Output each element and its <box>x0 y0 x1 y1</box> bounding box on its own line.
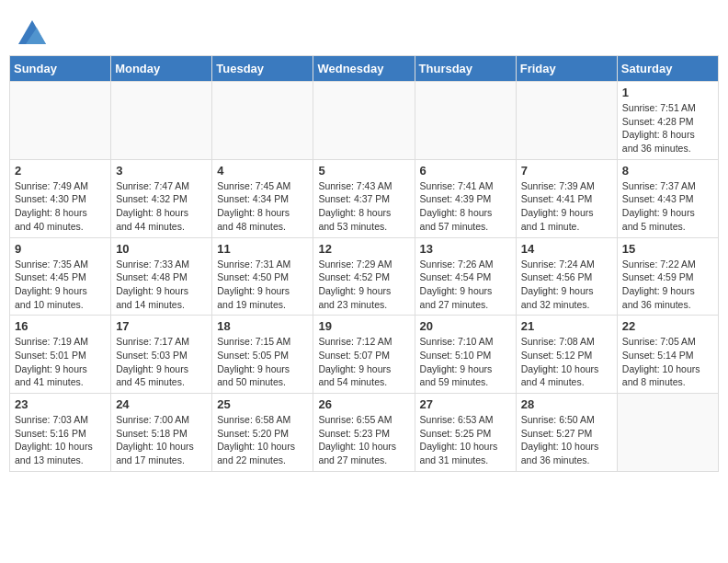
calendar-day <box>111 82 212 160</box>
day-info: Sunrise: 7:35 AM Sunset: 4:45 PM Dayligh… <box>15 258 106 312</box>
logo <box>18 18 50 46</box>
calendar-day <box>617 394 718 472</box>
day-info: Sunrise: 7:39 AM Sunset: 4:41 PM Dayligh… <box>521 179 612 234</box>
day-info: Sunrise: 7:08 AM Sunset: 5:12 PM Dayligh… <box>521 335 612 389</box>
calendar-day: 16Sunrise: 7:19 AM Sunset: 5:01 PM Dayli… <box>10 316 111 394</box>
day-info: Sunrise: 7:43 AM Sunset: 4:37 PM Dayligh… <box>318 179 409 234</box>
calendar-day: 28Sunrise: 6:50 AM Sunset: 5:27 PM Dayli… <box>516 394 617 472</box>
calendar-week-4: 16Sunrise: 7:19 AM Sunset: 5:01 PM Dayli… <box>10 316 719 394</box>
weekday-header-thursday: Thursday <box>415 56 516 82</box>
day-number: 19 <box>318 319 409 333</box>
day-number: 6 <box>420 164 511 178</box>
day-info: Sunrise: 6:58 AM Sunset: 5:20 PM Dayligh… <box>217 413 308 467</box>
day-number: 27 <box>420 397 511 411</box>
calendar-week-5: 23Sunrise: 7:03 AM Sunset: 5:16 PM Dayli… <box>10 394 719 472</box>
day-number: 4 <box>217 164 308 178</box>
calendar-day: 22Sunrise: 7:05 AM Sunset: 5:14 PM Dayli… <box>617 316 718 394</box>
day-number: 10 <box>116 242 207 256</box>
weekday-header-saturday: Saturday <box>617 56 718 82</box>
calendar-day: 15Sunrise: 7:22 AM Sunset: 4:59 PM Dayli… <box>617 237 718 316</box>
day-info: Sunrise: 6:50 AM Sunset: 5:27 PM Dayligh… <box>521 413 612 467</box>
day-number: 2 <box>15 164 106 178</box>
calendar-day: 27Sunrise: 6:53 AM Sunset: 5:25 PM Dayli… <box>415 394 516 472</box>
day-number: 11 <box>217 242 308 256</box>
day-info: Sunrise: 7:15 AM Sunset: 5:05 PM Dayligh… <box>217 335 308 389</box>
calendar-day <box>516 82 617 160</box>
calendar-day: 13Sunrise: 7:26 AM Sunset: 4:54 PM Dayli… <box>415 237 516 316</box>
day-info: Sunrise: 7:05 AM Sunset: 5:14 PM Dayligh… <box>622 335 713 389</box>
day-number: 17 <box>116 319 207 333</box>
day-number: 18 <box>217 319 308 333</box>
day-info: Sunrise: 7:37 AM Sunset: 4:43 PM Dayligh… <box>622 179 713 234</box>
day-info: Sunrise: 7:41 AM Sunset: 4:39 PM Dayligh… <box>420 179 511 234</box>
day-number: 12 <box>318 242 409 256</box>
day-info: Sunrise: 7:03 AM Sunset: 5:16 PM Dayligh… <box>15 413 106 467</box>
weekday-header-tuesday: Tuesday <box>212 56 313 82</box>
day-info: Sunrise: 7:00 AM Sunset: 5:18 PM Dayligh… <box>116 413 207 467</box>
calendar-day: 20Sunrise: 7:10 AM Sunset: 5:10 PM Dayli… <box>415 316 516 394</box>
calendar-day: 21Sunrise: 7:08 AM Sunset: 5:12 PM Dayli… <box>516 316 617 394</box>
calendar-week-1: 1Sunrise: 7:51 AM Sunset: 4:28 PM Daylig… <box>10 82 719 160</box>
calendar-day: 14Sunrise: 7:24 AM Sunset: 4:56 PM Dayli… <box>516 237 617 316</box>
day-number: 26 <box>318 397 409 411</box>
calendar-day: 7Sunrise: 7:39 AM Sunset: 4:41 PM Daylig… <box>516 159 617 237</box>
day-info: Sunrise: 6:53 AM Sunset: 5:25 PM Dayligh… <box>420 413 511 467</box>
weekday-header-monday: Monday <box>111 56 212 82</box>
day-info: Sunrise: 7:26 AM Sunset: 4:54 PM Dayligh… <box>420 258 511 312</box>
day-number: 1 <box>622 86 713 99</box>
calendar-day: 11Sunrise: 7:31 AM Sunset: 4:50 PM Dayli… <box>212 237 313 316</box>
calendar-table: SundayMondayTuesdayWednesdayThursdayFrid… <box>9 55 719 472</box>
calendar-day: 5Sunrise: 7:43 AM Sunset: 4:37 PM Daylig… <box>313 159 415 237</box>
day-info: Sunrise: 7:51 AM Sunset: 4:28 PM Dayligh… <box>622 101 713 155</box>
day-number: 9 <box>15 242 106 256</box>
calendar-day <box>313 82 415 160</box>
calendar-day: 9Sunrise: 7:35 AM Sunset: 4:45 PM Daylig… <box>10 237 111 316</box>
page-header <box>9 9 719 51</box>
day-info: Sunrise: 7:19 AM Sunset: 5:01 PM Dayligh… <box>15 335 106 389</box>
weekday-header-sunday: Sunday <box>10 56 111 82</box>
day-number: 20 <box>420 319 511 333</box>
calendar-day: 25Sunrise: 6:58 AM Sunset: 5:20 PM Dayli… <box>212 394 313 472</box>
day-info: Sunrise: 7:47 AM Sunset: 4:32 PM Dayligh… <box>116 179 207 234</box>
day-number: 7 <box>521 164 612 178</box>
day-info: Sunrise: 7:31 AM Sunset: 4:50 PM Dayligh… <box>217 258 308 312</box>
day-number: 22 <box>622 319 713 333</box>
weekday-header-wednesday: Wednesday <box>313 56 415 82</box>
day-number: 24 <box>116 397 207 411</box>
day-number: 3 <box>116 164 207 178</box>
calendar-day: 6Sunrise: 7:41 AM Sunset: 4:39 PM Daylig… <box>415 159 516 237</box>
calendar-week-3: 9Sunrise: 7:35 AM Sunset: 4:45 PM Daylig… <box>10 237 719 316</box>
day-number: 21 <box>521 319 612 333</box>
calendar-day <box>212 82 313 160</box>
calendar-day: 23Sunrise: 7:03 AM Sunset: 5:16 PM Dayli… <box>10 394 111 472</box>
day-number: 16 <box>15 319 106 333</box>
day-info: Sunrise: 7:29 AM Sunset: 4:52 PM Dayligh… <box>318 258 409 312</box>
calendar-day <box>415 82 516 160</box>
day-info: Sunrise: 7:33 AM Sunset: 4:48 PM Dayligh… <box>116 258 207 312</box>
calendar-header-row: SundayMondayTuesdayWednesdayThursdayFrid… <box>10 56 719 82</box>
calendar-day: 24Sunrise: 7:00 AM Sunset: 5:18 PM Dayli… <box>111 394 212 472</box>
calendar-day: 2Sunrise: 7:49 AM Sunset: 4:30 PM Daylig… <box>10 159 111 237</box>
day-number: 15 <box>622 242 713 256</box>
day-number: 14 <box>521 242 612 256</box>
calendar-day: 26Sunrise: 6:55 AM Sunset: 5:23 PM Dayli… <box>313 394 415 472</box>
calendar-day <box>10 82 111 160</box>
day-info: Sunrise: 7:24 AM Sunset: 4:56 PM Dayligh… <box>521 258 612 312</box>
calendar-day: 4Sunrise: 7:45 AM Sunset: 4:34 PM Daylig… <box>212 159 313 237</box>
calendar-day: 18Sunrise: 7:15 AM Sunset: 5:05 PM Dayli… <box>212 316 313 394</box>
calendar-day: 17Sunrise: 7:17 AM Sunset: 5:03 PM Dayli… <box>111 316 212 394</box>
calendar-day: 19Sunrise: 7:12 AM Sunset: 5:07 PM Dayli… <box>313 316 415 394</box>
day-number: 13 <box>420 242 511 256</box>
day-info: Sunrise: 7:22 AM Sunset: 4:59 PM Dayligh… <box>622 258 713 312</box>
day-info: Sunrise: 6:55 AM Sunset: 5:23 PM Dayligh… <box>318 413 409 467</box>
calendar-day: 3Sunrise: 7:47 AM Sunset: 4:32 PM Daylig… <box>111 159 212 237</box>
day-number: 23 <box>15 397 106 411</box>
calendar-week-2: 2Sunrise: 7:49 AM Sunset: 4:30 PM Daylig… <box>10 159 719 237</box>
day-number: 28 <box>521 397 612 411</box>
day-number: 5 <box>318 164 409 178</box>
calendar-day: 12Sunrise: 7:29 AM Sunset: 4:52 PM Dayli… <box>313 237 415 316</box>
day-info: Sunrise: 7:12 AM Sunset: 5:07 PM Dayligh… <box>318 335 409 389</box>
day-info: Sunrise: 7:49 AM Sunset: 4:30 PM Dayligh… <box>15 179 106 234</box>
day-number: 25 <box>217 397 308 411</box>
calendar-day: 8Sunrise: 7:37 AM Sunset: 4:43 PM Daylig… <box>617 159 718 237</box>
